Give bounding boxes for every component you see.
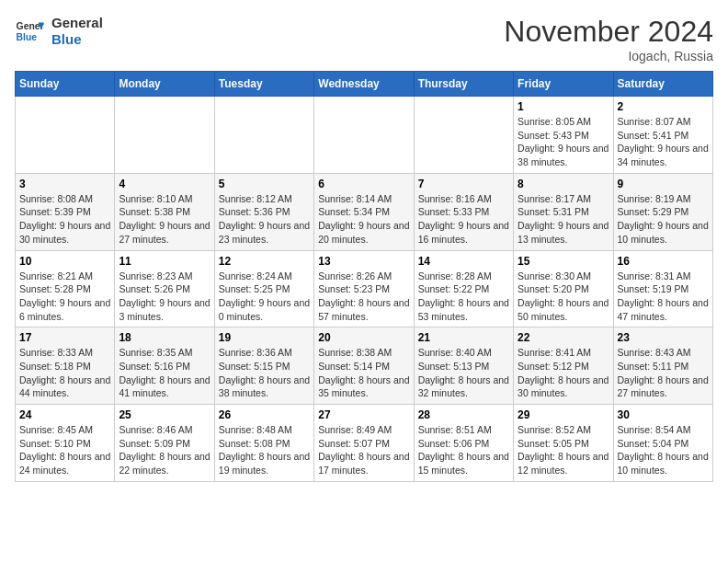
day-info: Sunrise: 8:51 AMSunset: 5:06 PMDaylight:… [418, 423, 509, 477]
month-title: November 2024 [504, 15, 713, 49]
calendar-cell: 23Sunrise: 8:43 AMSunset: 5:11 PMDayligh… [613, 327, 712, 405]
logo-blue: Blue [51, 31, 103, 48]
calendar-cell: 2Sunrise: 8:07 AMSunset: 5:41 PMDaylight… [613, 97, 712, 174]
day-info: Sunrise: 8:12 AMSunset: 5:36 PMDaylight:… [219, 192, 310, 247]
day-info: Sunrise: 8:17 AMSunset: 5:31 PMDaylight:… [518, 192, 609, 247]
calendar-cell: 4Sunrise: 8:10 AMSunset: 5:38 PMDaylight… [115, 173, 214, 250]
calendar-cell: 10Sunrise: 8:21 AMSunset: 5:28 PMDayligh… [16, 250, 115, 327]
calendar-header-thursday: Thursday [414, 72, 513, 97]
calendar-cell: 15Sunrise: 8:30 AMSunset: 5:20 PMDayligh… [514, 250, 613, 327]
day-info: Sunrise: 8:48 AMSunset: 5:08 PMDaylight:… [219, 423, 310, 477]
day-info: Sunrise: 8:08 AMSunset: 5:39 PMDaylight:… [19, 192, 110, 247]
day-info: Sunrise: 8:40 AMSunset: 5:13 PMDaylight:… [418, 346, 509, 400]
day-number: 12 [219, 255, 310, 268]
calendar-cell [314, 97, 414, 174]
calendar-cell: 14Sunrise: 8:28 AMSunset: 5:22 PMDayligh… [414, 250, 513, 327]
calendar-cell: 13Sunrise: 8:26 AMSunset: 5:23 PMDayligh… [314, 250, 414, 327]
day-info: Sunrise: 8:30 AMSunset: 5:20 PMDaylight:… [518, 270, 609, 324]
day-info: Sunrise: 8:14 AMSunset: 5:34 PMDaylight:… [318, 192, 409, 247]
day-info: Sunrise: 8:26 AMSunset: 5:23 PMDaylight:… [318, 270, 409, 324]
day-info: Sunrise: 8:16 AMSunset: 5:33 PMDaylight:… [418, 192, 509, 247]
day-number: 5 [219, 178, 310, 190]
day-number: 14 [418, 255, 509, 268]
calendar-week-row: 1Sunrise: 8:05 AMSunset: 5:43 PMDaylight… [16, 97, 713, 174]
calendar-cell: 11Sunrise: 8:23 AMSunset: 5:26 PMDayligh… [115, 250, 214, 327]
calendar-cell: 25Sunrise: 8:46 AMSunset: 5:09 PMDayligh… [115, 405, 214, 482]
day-info: Sunrise: 8:36 AMSunset: 5:15 PMDaylight:… [219, 346, 310, 400]
calendar-cell: 18Sunrise: 8:35 AMSunset: 5:16 PMDayligh… [115, 327, 214, 405]
day-number: 18 [119, 331, 210, 344]
day-number: 7 [418, 178, 509, 190]
calendar-week-row: 10Sunrise: 8:21 AMSunset: 5:28 PMDayligh… [16, 250, 713, 327]
day-info: Sunrise: 8:38 AMSunset: 5:14 PMDaylight:… [318, 346, 409, 400]
calendar-cell: 21Sunrise: 8:40 AMSunset: 5:13 PMDayligh… [414, 327, 513, 405]
day-info: Sunrise: 8:10 AMSunset: 5:38 PMDaylight:… [119, 192, 210, 247]
calendar-cell [214, 97, 313, 174]
day-number: 9 [618, 178, 709, 190]
svg-text:Blue: Blue [17, 32, 38, 42]
calendar-cell: 16Sunrise: 8:31 AMSunset: 5:19 PMDayligh… [613, 250, 712, 327]
day-info: Sunrise: 8:21 AMSunset: 5:28 PMDaylight:… [19, 270, 110, 324]
calendar-week-row: 24Sunrise: 8:45 AMSunset: 5:10 PMDayligh… [16, 405, 713, 482]
day-number: 23 [618, 331, 709, 344]
day-info: Sunrise: 8:52 AMSunset: 5:05 PMDaylight:… [518, 423, 609, 477]
calendar-header-wednesday: Wednesday [314, 72, 414, 97]
day-info: Sunrise: 8:45 AMSunset: 5:10 PMDaylight:… [19, 423, 110, 477]
title-area: November 2024 Iogach, Russia [504, 15, 713, 63]
day-number: 6 [318, 178, 409, 190]
day-info: Sunrise: 8:54 AMSunset: 5:04 PMDaylight:… [618, 423, 709, 477]
calendar-cell: 26Sunrise: 8:48 AMSunset: 5:08 PMDayligh… [214, 405, 313, 482]
calendar-week-row: 3Sunrise: 8:08 AMSunset: 5:39 PMDaylight… [16, 173, 713, 250]
calendar-cell: 17Sunrise: 8:33 AMSunset: 5:18 PMDayligh… [16, 327, 115, 405]
calendar-cell: 3Sunrise: 8:08 AMSunset: 5:39 PMDaylight… [16, 173, 115, 250]
day-info: Sunrise: 8:07 AMSunset: 5:41 PMDaylight:… [618, 115, 709, 169]
day-info: Sunrise: 8:33 AMSunset: 5:18 PMDaylight:… [19, 346, 110, 400]
day-number: 11 [119, 255, 210, 268]
day-number: 15 [518, 255, 609, 268]
day-number: 13 [318, 255, 409, 268]
calendar-header-monday: Monday [115, 72, 214, 97]
page-header: General Blue General Blue November 2024 … [15, 15, 713, 63]
logo-icon: General Blue [15, 17, 44, 46]
day-info: Sunrise: 8:23 AMSunset: 5:26 PMDaylight:… [119, 270, 210, 324]
calendar-cell: 30Sunrise: 8:54 AMSunset: 5:04 PMDayligh… [613, 405, 712, 482]
day-number: 30 [618, 408, 709, 421]
day-number: 21 [418, 331, 509, 344]
calendar-cell [16, 97, 115, 174]
calendar-header-tuesday: Tuesday [214, 72, 313, 97]
day-number: 28 [418, 408, 509, 421]
day-number: 19 [219, 331, 310, 344]
day-number: 8 [518, 178, 609, 190]
day-number: 27 [318, 408, 409, 421]
calendar-cell: 8Sunrise: 8:17 AMSunset: 5:31 PMDaylight… [514, 173, 613, 250]
day-number: 16 [618, 255, 709, 268]
day-info: Sunrise: 8:19 AMSunset: 5:29 PMDaylight:… [618, 192, 709, 247]
calendar-table: SundayMondayTuesdayWednesdayThursdayFrid… [15, 71, 713, 482]
day-info: Sunrise: 8:05 AMSunset: 5:43 PMDaylight:… [518, 115, 609, 169]
day-number: 20 [318, 331, 409, 344]
calendar-cell [115, 97, 214, 174]
day-number: 24 [19, 408, 110, 421]
day-info: Sunrise: 8:31 AMSunset: 5:19 PMDaylight:… [618, 270, 709, 324]
day-number: 29 [518, 408, 609, 421]
calendar-cell: 29Sunrise: 8:52 AMSunset: 5:05 PMDayligh… [514, 405, 613, 482]
calendar-header-row: SundayMondayTuesdayWednesdayThursdayFrid… [16, 72, 713, 97]
day-info: Sunrise: 8:49 AMSunset: 5:07 PMDaylight:… [318, 423, 409, 477]
calendar-cell: 22Sunrise: 8:41 AMSunset: 5:12 PMDayligh… [514, 327, 613, 405]
day-number: 4 [119, 178, 210, 190]
day-number: 17 [19, 331, 110, 344]
day-number: 22 [518, 331, 609, 344]
calendar-cell: 9Sunrise: 8:19 AMSunset: 5:29 PMDaylight… [613, 173, 712, 250]
calendar-cell [414, 97, 513, 174]
day-number: 1 [518, 100, 609, 113]
day-number: 3 [19, 178, 110, 190]
calendar-header-sunday: Sunday [16, 72, 115, 97]
logo-general: General [51, 15, 103, 31]
calendar-cell: 20Sunrise: 8:38 AMSunset: 5:14 PMDayligh… [314, 327, 414, 405]
calendar-cell: 24Sunrise: 8:45 AMSunset: 5:10 PMDayligh… [16, 405, 115, 482]
day-number: 26 [219, 408, 310, 421]
calendar-cell: 27Sunrise: 8:49 AMSunset: 5:07 PMDayligh… [314, 405, 414, 482]
calendar-cell: 19Sunrise: 8:36 AMSunset: 5:15 PMDayligh… [214, 327, 313, 405]
calendar-cell: 1Sunrise: 8:05 AMSunset: 5:43 PMDaylight… [514, 97, 613, 174]
calendar-cell: 28Sunrise: 8:51 AMSunset: 5:06 PMDayligh… [414, 405, 513, 482]
